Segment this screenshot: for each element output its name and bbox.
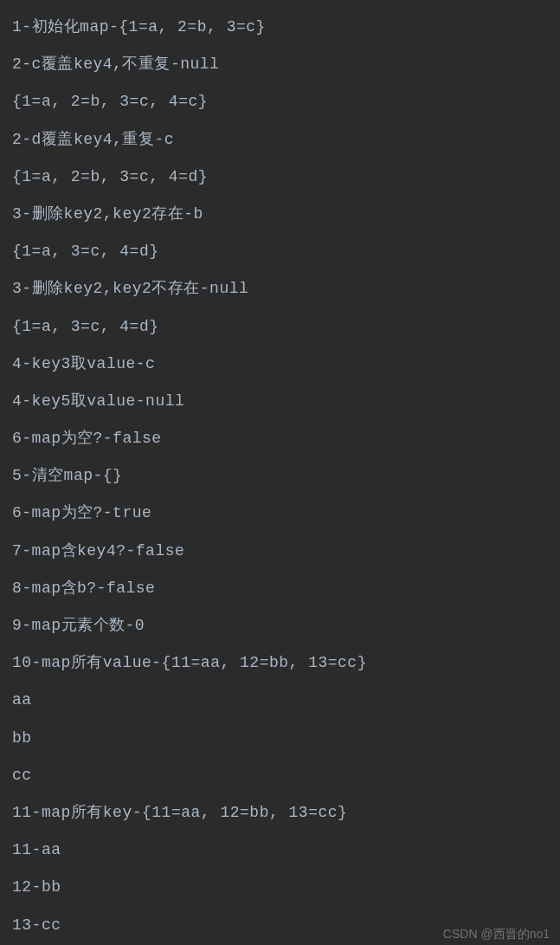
output-line: 2-d覆盖key4,重复-c [12, 121, 560, 159]
output-line: bb [12, 720, 560, 757]
console-output: 1-初始化map-{1=a, 2=b, 3=c} 2-c覆盖key4,不重复-n… [12, 9, 560, 944]
output-line: cc [12, 757, 560, 794]
output-line: 6-map为空?-true [12, 495, 560, 532]
output-line: {1=a, 3=c, 4=d} [12, 308, 560, 346]
output-line: 11-aa [12, 832, 560, 869]
output-line: 4-key5取value-null [12, 383, 560, 420]
output-line: 4-key3取value-c [12, 346, 560, 383]
output-line: 3-删除key2,key2存在-b [12, 196, 560, 233]
output-line: 5-清空map-{} [12, 457, 560, 495]
output-line: aa [12, 682, 560, 719]
output-line: {1=a, 2=b, 3=c, 4=c} [12, 83, 560, 120]
output-line: 6-map为空?-false [12, 420, 560, 457]
output-line: 10-map所有value-{11=aa, 12=bb, 13=cc} [12, 644, 560, 682]
output-line: {1=a, 3=c, 4=d} [12, 233, 560, 270]
output-line: 2-c覆盖key4,不重复-null [12, 46, 560, 83]
output-line: 11-map所有key-{11=aa, 12=bb, 13=cc} [12, 794, 560, 832]
output-line: 12-bb [12, 869, 560, 906]
output-line: 3-删除key2,key2不存在-null [12, 270, 560, 307]
output-line: 7-map含key4?-false [12, 533, 560, 570]
output-line: {1=a, 2=b, 3=c, 4=d} [12, 159, 560, 196]
output-line: 9-map元素个数-0 [12, 607, 560, 644]
watermark-text: CSDN @西晋的no1 [443, 928, 550, 940]
output-line: 8-map含b?-false [12, 570, 560, 607]
output-line: 1-初始化map-{1=a, 2=b, 3=c} [12, 9, 560, 46]
